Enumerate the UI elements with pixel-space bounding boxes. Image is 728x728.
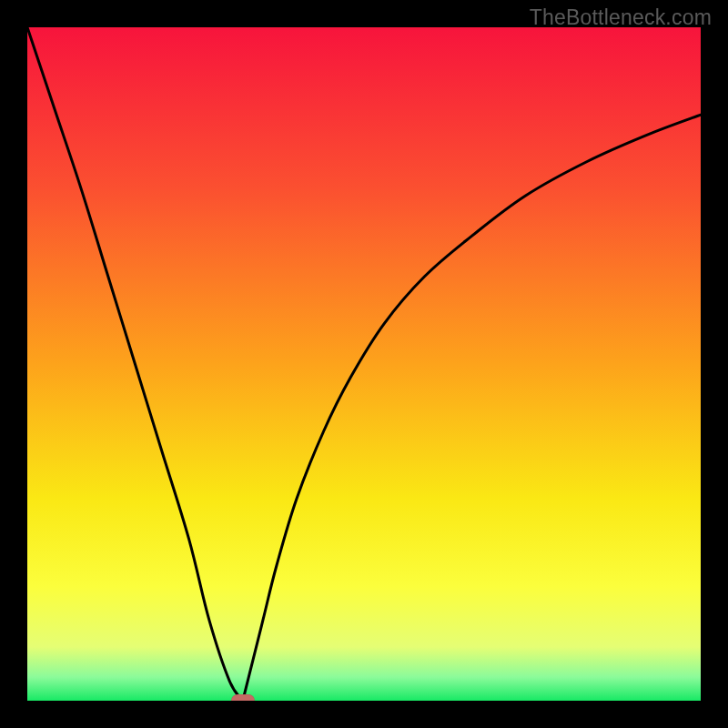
watermark-label: TheBottleneck.com xyxy=(530,5,712,30)
plot-area xyxy=(27,27,701,701)
bottleneck-marker xyxy=(231,694,255,701)
plot-svg xyxy=(27,27,701,701)
chart-frame: TheBottleneck.com xyxy=(0,0,728,728)
gradient-background xyxy=(27,27,701,701)
